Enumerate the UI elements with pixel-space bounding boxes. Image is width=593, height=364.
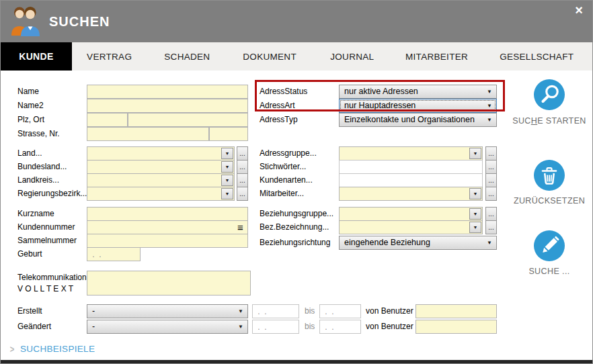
- kundenarten-input[interactable]: [339, 173, 483, 187]
- tab-gesellschaft[interactable]: GESELLSCHAFT: [481, 42, 592, 71]
- stichwoerter-input[interactable]: [339, 160, 483, 174]
- erstellt-bis-label: bis: [305, 304, 315, 318]
- reset-label: ZURÜCKSETZEN: [502, 196, 593, 206]
- edit-search-label: SUCHE ...: [502, 267, 593, 276]
- geaendert-label: Geändert: [17, 320, 51, 334]
- adressart-select[interactable]: nur Hauptadressen▼: [339, 99, 497, 113]
- regierungsbezirk-browse-button[interactable]: ...: [237, 187, 248, 201]
- chevron-down-icon[interactable]: ▼: [221, 161, 233, 173]
- chevron-down-icon[interactable]: ▼: [469, 188, 481, 199]
- adressgruppe-browse-button[interactable]: ...: [485, 146, 497, 161]
- geaendert-from-date-input[interactable]: [252, 320, 299, 334]
- strasse-input[interactable]: [87, 127, 209, 141]
- name2-input[interactable]: [87, 99, 248, 113]
- mitarbeiter-label: Mitarbeiter...: [260, 187, 304, 201]
- tab-dokument[interactable]: DOKUMENT: [227, 42, 312, 71]
- kundenarten-browse-button[interactable]: ...: [485, 173, 497, 187]
- window-header: SUCHEN ×: [1, 1, 592, 42]
- erstellt-select[interactable]: -▼: [87, 304, 248, 318]
- erstellt-von-benutzer-label: von Benutzer: [366, 304, 413, 318]
- telekommunikation-input[interactable]: [87, 271, 250, 283]
- edit-search-button[interactable]: [534, 230, 565, 261]
- beziehungsrichtung-value: eingehende Beziehung: [344, 238, 430, 247]
- tab-kunde[interactable]: KUNDE: [1, 42, 72, 71]
- beziehungsrichtung-label: Beziehungsrichtung: [260, 236, 330, 250]
- volltext-input[interactable]: [87, 283, 250, 294]
- kurzname-label: Kurzname: [17, 207, 54, 221]
- landkreis-label: Landkreis...: [17, 173, 59, 187]
- tab-journal[interactable]: JOURNAL: [312, 42, 393, 71]
- adressgruppe-select[interactable]: ▼: [339, 146, 483, 161]
- bundesland-select[interactable]: ▼: [87, 160, 235, 174]
- kundennummer-input[interactable]: [87, 220, 248, 234]
- adresstyp-select[interactable]: Einzelkontakte und Organisationen▼: [339, 113, 497, 127]
- adressstatus-select[interactable]: nur aktive Adressen▼: [339, 85, 497, 99]
- geaendert-select[interactable]: -▼: [87, 320, 248, 334]
- mitarbeiter-select[interactable]: ▼: [339, 187, 483, 201]
- erstellt-benutzer-input[interactable]: [416, 304, 497, 318]
- tab-mitarbeiter[interactable]: MITARBEITER: [393, 42, 481, 71]
- landkreis-select[interactable]: ▼: [87, 173, 235, 187]
- name-input[interactable]: [87, 85, 248, 99]
- land-label: Land...: [17, 146, 42, 161]
- land-select[interactable]: ▼: [87, 146, 235, 161]
- chevron-down-icon[interactable]: ▼: [221, 148, 233, 159]
- erstellt-from-date-input[interactable]: [252, 304, 299, 318]
- pencil-icon: [534, 230, 565, 261]
- beziehungsrichtung-select[interactable]: eingehende Beziehung▼: [339, 236, 497, 250]
- regierungsbezirk-label: Regierungsbezirk...: [17, 187, 87, 201]
- sammelnummer-input[interactable]: [87, 234, 248, 248]
- reset-button[interactable]: [534, 160, 565, 191]
- window-bottom-edge: [1, 360, 592, 363]
- chevron-down-icon[interactable]: ▼: [469, 148, 481, 159]
- adressart-label: AdressArt: [260, 99, 295, 113]
- strasse-nr-label: Strasse, Nr.: [17, 127, 60, 141]
- bez-bezeichnung-select[interactable]: ▼: [339, 220, 483, 234]
- chevron-down-icon[interactable]: ▼: [221, 188, 233, 199]
- adresstyp-label: AdressTyp: [260, 113, 298, 127]
- plz-input[interactable]: [87, 113, 128, 127]
- erstellt-to-date-input[interactable]: [319, 304, 361, 318]
- close-icon[interactable]: ×: [575, 2, 583, 18]
- bundesland-browse-button[interactable]: ...: [237, 160, 248, 174]
- ort-input[interactable]: [128, 113, 248, 127]
- telekommunikation-volltext-box: [87, 271, 251, 295]
- nr-input[interactable]: [209, 127, 248, 141]
- volltext-label: V O L L T E X T: [17, 283, 73, 294]
- search-examples-link[interactable]: SUCHBEISPIELE: [20, 344, 95, 354]
- geburt-date-input[interactable]: [87, 247, 141, 261]
- beziehungsgruppe-select[interactable]: ▼: [339, 207, 483, 221]
- geaendert-to-date-input[interactable]: [319, 320, 361, 334]
- chevron-right-icon: >: [10, 344, 15, 355]
- chevron-down-icon[interactable]: ▼: [469, 222, 481, 233]
- land-browse-button[interactable]: ...: [237, 146, 248, 161]
- window-title: SUCHEN: [49, 14, 110, 30]
- menu-icon[interactable]: ≡: [237, 220, 243, 234]
- start-search-button[interactable]: [534, 79, 565, 110]
- adresstyp-value: Einzelkontakte und Organisationen: [344, 115, 475, 124]
- stichwoerter-browse-button[interactable]: ...: [485, 160, 497, 174]
- chevron-down-icon[interactable]: ▼: [221, 175, 233, 186]
- stichwoerter-label: Stichwörter...: [260, 160, 306, 174]
- telekommunikation-label: Telekommunikation: [17, 272, 87, 283]
- mitarbeiter-browse-button[interactable]: ...: [485, 187, 497, 201]
- trash-icon: [534, 160, 565, 191]
- chevron-down-icon[interactable]: ▼: [469, 208, 481, 220]
- bez-bezeichnung-browse-button[interactable]: ...: [485, 220, 497, 234]
- geaendert-value: -: [92, 322, 95, 331]
- geaendert-von-benutzer-label: von Benutzer: [366, 320, 413, 334]
- tab-bar: KUNDE VERTRAG SCHADEN DOKUMENT JOURNAL M…: [1, 42, 592, 71]
- erstellt-value: -: [92, 306, 95, 316]
- sammelnummer-label: Sammelnummer: [17, 234, 77, 248]
- kurzname-input[interactable]: [87, 207, 248, 221]
- beziehungsgruppe-browse-button[interactable]: ...: [485, 207, 497, 221]
- regierungsbezirk-select[interactable]: ▼: [87, 187, 235, 201]
- name-label: Name: [17, 85, 39, 99]
- tab-schaden[interactable]: SCHADEN: [147, 42, 228, 71]
- geaendert-bis-label: bis: [305, 320, 315, 334]
- tab-vertrag[interactable]: VERTRAG: [72, 42, 147, 71]
- geaendert-benutzer-input[interactable]: [416, 320, 497, 334]
- chevron-down-icon: ▼: [487, 103, 492, 109]
- plz-ort-label: Plz, Ort: [17, 113, 44, 127]
- landkreis-browse-button[interactable]: ...: [237, 173, 248, 187]
